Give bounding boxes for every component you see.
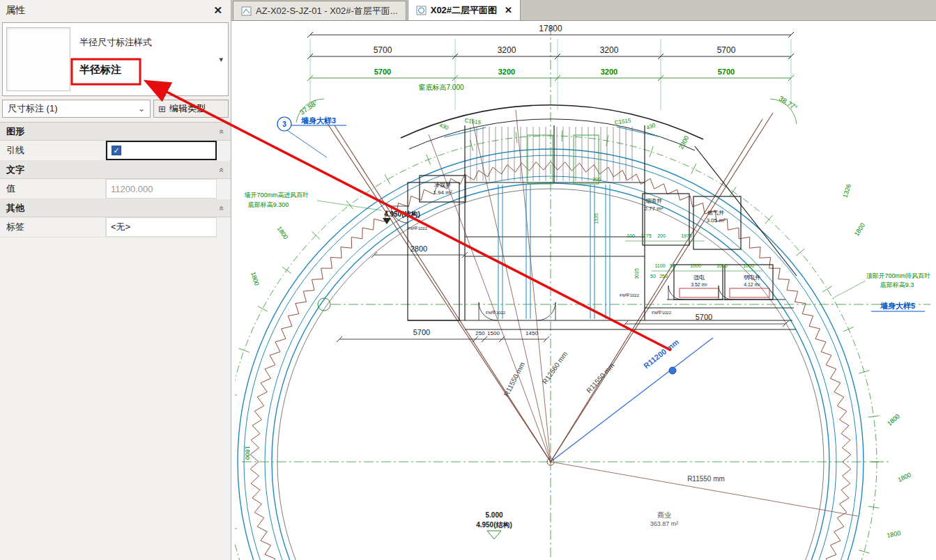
- collapse-icon[interactable]: «: [217, 205, 227, 210]
- drawing-label: 1800: [276, 225, 290, 240]
- properties-header: 属性 ✕: [0, 0, 231, 21]
- tab-close-icon[interactable]: ✕: [505, 5, 512, 15]
- fan-walls: [324, 113, 773, 462]
- drawing-label: 1500: [487, 330, 500, 336]
- section-other-label: 其他: [6, 202, 24, 215]
- drawing-label: 墙身大样3: [300, 116, 336, 125]
- type-name: 半径标注: [79, 63, 228, 77]
- selected-radius-dimension-line[interactable]: [551, 338, 713, 462]
- drawing-label: 38.77°: [778, 95, 799, 112]
- drawing-label: 烟道井: [645, 198, 662, 204]
- properties-title: 属性: [6, 4, 25, 17]
- drawing-label: 1800: [250, 271, 261, 286]
- drawing-label: C1515: [614, 117, 631, 125]
- section-graphics-label: 图形: [6, 125, 24, 138]
- section-text-label: 文字: [6, 164, 24, 176]
- properties-close-icon[interactable]: ✕: [213, 4, 222, 17]
- type-selector-text: 半径尺寸标注样式 半径标注: [74, 23, 228, 95]
- type-style-name: 半径尺寸标注样式: [79, 37, 228, 48]
- drawing-label: 底部标高9.300: [248, 201, 289, 208]
- level-marker: [487, 531, 501, 539]
- view-icon: [241, 6, 252, 16]
- type-preview-thumbnail: [6, 27, 70, 91]
- drawing-svg: 1780057003200320057005700320032005700窗底标…: [235, 21, 936, 560]
- section-text[interactable]: 文字 «: [0, 161, 231, 179]
- drawing-label: 1335: [594, 213, 599, 224]
- drawing-label: 1800: [244, 446, 251, 460]
- drawing-label: 4.12 m²: [744, 282, 760, 287]
- type-selector[interactable]: 半径尺寸标注样式 半径标注 ▾: [2, 22, 229, 96]
- view-tab-first-floor-plan[interactable]: AZ-X02-S-JZ-01 - X02#-首层平面...: [233, 1, 406, 20]
- tag-label: 标签: [0, 217, 106, 237]
- drawing-label: 底部标高9.3: [880, 281, 914, 288]
- drawing-label: R11550 mm: [502, 361, 526, 398]
- value-label: 值: [0, 179, 106, 199]
- drawing-label: FM甲1022: [486, 311, 506, 315]
- drawing-label: 强电: [693, 274, 705, 281]
- property-row-tag: 标签 <无>: [0, 217, 217, 238]
- equipment-box: [680, 288, 719, 297]
- edit-type-icon: ⊞: [158, 104, 166, 114]
- drawing-label: R11200 mm: [642, 337, 680, 370]
- drawing-label: 1050: [716, 263, 728, 268]
- value-field[interactable]: 11200.000: [106, 179, 217, 199]
- view-tab-label: AZ-X02-S-JZ-01 - X02#-首层平面...: [256, 5, 398, 17]
- dimension-lines-green[interactable]: [307, 39, 866, 298]
- collapse-icon[interactable]: «: [217, 129, 227, 134]
- drawing-canvas[interactable]: 1780057003200320057005700320032005700窗底标…: [231, 21, 936, 560]
- drawing-label: 商业: [657, 511, 671, 519]
- type-selector-dropdown-icon[interactable]: ▾: [219, 55, 223, 64]
- view-tab-label: X02#二层平面图: [431, 4, 497, 17]
- stair-railings: [498, 185, 610, 319]
- drawing-label: 37.58°: [298, 98, 319, 116]
- drawing-label: 5700: [374, 68, 391, 76]
- drawing-label: 4.950(结构): [476, 521, 512, 529]
- tag-field[interactable]: <无>: [106, 217, 217, 237]
- drawing-label: 200: [657, 233, 666, 238]
- drawing-label: 1450: [525, 330, 538, 336]
- section-other[interactable]: 其他 «: [0, 199, 231, 217]
- grid-circle: [235, 136, 877, 560]
- drawing-label: 430: [645, 122, 657, 132]
- section-graphics[interactable]: 图形 «: [0, 123, 231, 141]
- collapse-icon[interactable]: «: [217, 167, 227, 172]
- centerlines: [242, 25, 930, 559]
- view-icon: [416, 6, 427, 15]
- drawing-label: 100: [627, 233, 635, 238]
- door-swings: [391, 206, 732, 320]
- property-grid: 图形 « 引线 ✓ 文字 « 值 11200.000 其他 «: [0, 122, 231, 560]
- drawing-label: 50: [650, 274, 656, 279]
- drawing-label: 2800: [411, 244, 427, 253]
- drawing-label: 5700: [374, 45, 392, 55]
- edit-type-button[interactable]: ⊞ 编辑类型: [153, 100, 229, 118]
- dimension-grip-dot[interactable]: [669, 367, 676, 374]
- drawing-label: FM甲1022: [620, 293, 640, 297]
- view-tab-second-floor-plan[interactable]: X02#二层平面图 ✕: [408, 0, 521, 20]
- drawing-label: 顶部开700mm排风百叶: [866, 272, 930, 279]
- drawing-label: 窗底标高7.000: [418, 84, 463, 91]
- drawing-label: 3.05 m²: [706, 217, 725, 224]
- drawing-label: 墙开700mm高进风百叶: [243, 192, 309, 199]
- drawing-label: 250: [475, 330, 485, 336]
- drawing-label: 墙身大样5: [880, 302, 915, 310]
- drawing-label: 1800: [886, 412, 901, 427]
- building-walls: [408, 125, 797, 329]
- drawing-label: 5.000: [485, 511, 502, 519]
- drawing-label: 5700: [718, 68, 735, 76]
- drawing-label: 2.77 m²: [644, 205, 663, 212]
- drawing-label: 1175: [640, 233, 651, 238]
- drawing-label: 3025: [634, 268, 639, 279]
- drawing-label: R11550 mm: [585, 361, 615, 394]
- drawing-label: FM甲1022: [408, 226, 428, 231]
- drawing-label: 200: [592, 177, 601, 182]
- drawing-label: 3200: [498, 68, 515, 76]
- drawing-label: 燃气井: [707, 210, 724, 216]
- drawing-label: 5700: [413, 328, 430, 336]
- drawing-label: 1.94 m²: [433, 189, 452, 196]
- drawing-label: 5700: [696, 313, 712, 321]
- element-filter-combo[interactable]: 尺寸标注 (1) ⌄: [2, 100, 151, 118]
- drawing-label: 50: [670, 263, 675, 268]
- property-row-value: 值 11200.000: [0, 179, 217, 199]
- leader-checkbox[interactable]: ✓: [112, 146, 121, 155]
- drawing-label: R12560 mm: [541, 350, 569, 386]
